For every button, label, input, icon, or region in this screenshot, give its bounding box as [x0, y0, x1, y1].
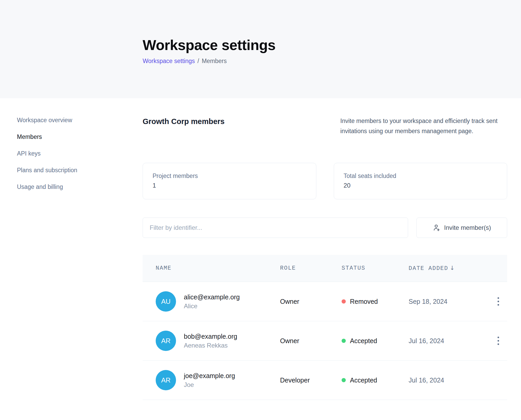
member-status: Accepted: [350, 376, 377, 384]
sort-descending-icon: ↓: [450, 265, 455, 271]
filter-input[interactable]: [143, 218, 408, 238]
page-header: Workspace settings Workspace settings / …: [0, 0, 521, 98]
member-name: Alice: [184, 302, 240, 310]
members-header-row: Growth Corp members Invite members to yo…: [143, 116, 507, 147]
member-actions-cell: [489, 335, 507, 347]
settings-sidebar: Workspace overview Members API keys Plan…: [17, 116, 143, 400]
member-email: alice@example.org: [184, 293, 240, 301]
member-row: AU alice@example.org Alice Owner Removed…: [143, 282, 507, 321]
row-menu-kebab-icon[interactable]: [495, 335, 501, 347]
section-heading: Growth Corp members: [143, 116, 225, 147]
stat-card-project-members: Project members 1: [143, 163, 316, 199]
table-header-row: NAME ROLE STATUS DATE ADDED↓: [143, 255, 507, 282]
avatar: AR: [156, 331, 176, 351]
breadcrumb-link-workspace-settings[interactable]: Workspace settings: [143, 58, 195, 65]
member-identity-cell: AR joe@example.org Joe: [156, 370, 280, 390]
members-table: NAME ROLE STATUS DATE ADDED↓ AU alice@ex…: [143, 255, 507, 400]
stat-label: Project members: [153, 172, 316, 180]
section-description: Invite members to your workspace and eff…: [340, 116, 507, 147]
member-actions-cell: [489, 374, 507, 386]
avatar: AU: [156, 291, 176, 312]
member-status-cell: Accepted: [342, 376, 409, 384]
member-role: Developer: [280, 376, 342, 384]
member-role: Owner: [280, 298, 342, 305]
column-header-role[interactable]: ROLE: [280, 265, 342, 271]
sidebar-item-members[interactable]: Members: [17, 133, 42, 140]
status-dot-icon: [342, 339, 346, 343]
member-date-added: Sep 18, 2024: [409, 298, 489, 305]
member-row: AR joe@example.org Joe Developer Accepte…: [143, 361, 507, 400]
member-status-cell: Removed: [342, 298, 409, 305]
sidebar-item-plans-and-subscription[interactable]: Plans and subscription: [17, 166, 77, 174]
member-email: joe@example.org: [184, 372, 235, 380]
invite-members-button-label: Invite member(s): [444, 224, 491, 231]
member-name: Joe: [184, 381, 235, 389]
member-identity-cell: AU alice@example.org Alice: [156, 291, 280, 312]
member-date-added: Jul 16, 2024: [409, 337, 489, 345]
member-status: Removed: [350, 298, 378, 305]
member-date-added: Jul 16, 2024: [409, 376, 489, 384]
member-actions-cell: [489, 295, 507, 308]
status-dot-icon: [342, 299, 346, 304]
stat-value: 1: [153, 182, 316, 189]
member-email: bob@example.org: [184, 332, 237, 341]
column-header-date-added-label: DATE ADDED: [409, 265, 448, 272]
sidebar-item-usage-and-billing[interactable]: Usage and billing: [17, 183, 63, 190]
member-name: Aeneas Rekkas: [184, 341, 237, 349]
member-identity-cell: AR bob@example.org Aeneas Rekkas: [156, 331, 280, 351]
member-identity-text: bob@example.org Aeneas Rekkas: [184, 332, 237, 349]
page-title: Workspace settings: [143, 37, 507, 53]
member-identity-text: alice@example.org Alice: [184, 293, 240, 310]
stats-row: Project members 1 Total seats included 2…: [143, 163, 507, 199]
member-role: Owner: [280, 337, 342, 345]
stat-value: 20: [344, 182, 507, 189]
stat-card-total-seats: Total seats included 20: [334, 163, 507, 199]
filter-row: Invite member(s): [143, 218, 507, 238]
column-header-name[interactable]: NAME: [156, 265, 280, 271]
invite-members-button[interactable]: Invite member(s): [416, 218, 507, 238]
sidebar-item-workspace-overview[interactable]: Workspace overview: [17, 116, 72, 124]
members-main: Growth Corp members Invite members to yo…: [143, 116, 507, 400]
content-area: Workspace overview Members API keys Plan…: [0, 98, 521, 400]
stat-label: Total seats included: [344, 172, 507, 180]
member-identity-text: joe@example.org Joe: [184, 372, 235, 389]
table-body: AU alice@example.org Alice Owner Removed…: [143, 282, 507, 400]
sidebar-item-api-keys[interactable]: API keys: [17, 150, 41, 157]
row-menu-kebab-icon[interactable]: [495, 295, 501, 308]
avatar: AR: [156, 370, 176, 390]
breadcrumb: Workspace settings / Members: [143, 58, 507, 65]
user-plus-icon: [433, 224, 440, 232]
column-header-date-added[interactable]: DATE ADDED↓: [409, 265, 489, 272]
breadcrumb-separator: /: [197, 58, 199, 65]
member-status-cell: Accepted: [342, 337, 409, 345]
status-dot-icon: [342, 378, 346, 382]
breadcrumb-current: Members: [202, 58, 227, 65]
member-row: AR bob@example.org Aeneas Rekkas Owner A…: [143, 321, 507, 361]
member-status: Accepted: [350, 337, 377, 345]
column-header-status[interactable]: STATUS: [342, 265, 409, 271]
